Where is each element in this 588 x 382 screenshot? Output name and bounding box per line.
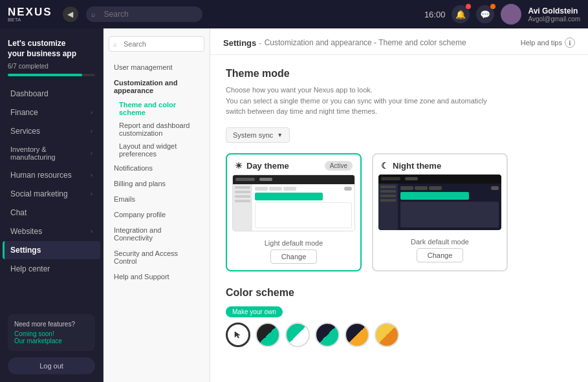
progress-bar [8, 74, 95, 76]
need-features-box: Need more features? Coming soon! Our mar… [8, 314, 95, 351]
dropdown-arrow-icon: ▼ [277, 132, 283, 138]
breadcrumb-path: Customization and appearance - Theme and… [265, 38, 466, 47]
color-option-dark-teal[interactable] [256, 323, 280, 347]
help-info-icon: ℹ [565, 37, 575, 48]
main-content: Settings - Customization and appearance … [210, 28, 588, 382]
sub-nav-notifications[interactable]: Notifications [109, 160, 204, 176]
sidebar-item-hr[interactable]: Human resources› [3, 166, 100, 184]
chevron-right-icon: › [91, 150, 93, 156]
sub-sidebar: ⌕ User management Customization and appe… [103, 28, 210, 382]
color-scheme-title: Color scheme [226, 287, 572, 299]
avatar [501, 4, 521, 25]
topbar-right: 16:00 🔔 💬 Avi Goldstein Avgol@gmail.com [424, 4, 580, 25]
sidebar-item-finance[interactable]: Finance› [3, 103, 100, 122]
sub-search-input[interactable] [109, 36, 204, 52]
user-info[interactable]: Avi Goldstein Avgol@gmail.com [528, 6, 580, 23]
sidebar-item-settings[interactable]: Settings [3, 241, 100, 259]
sub-nav-company[interactable]: Company profile [109, 207, 204, 222]
day-active-badge: Active [325, 161, 353, 171]
sidebar-header: Let's customizeyour business app 6/7 com… [0, 28, 103, 81]
color-option-teal-white[interactable] [285, 323, 310, 347]
topbar-search-icon: ⌕ [91, 10, 96, 18]
sidebar-item-chat[interactable]: Chat [3, 204, 100, 222]
sub-nav-security[interactable]: Security and Access Control [109, 246, 204, 269]
day-theme-change-button[interactable]: Change [270, 249, 318, 264]
sub-nav-user-management[interactable]: User management [109, 59, 204, 75]
sub-search-wrap: ⌕ [109, 36, 204, 52]
chevron-right-icon: › [91, 191, 93, 197]
night-theme-card[interactable]: ☾ Night theme [372, 153, 508, 271]
night-theme-preview [378, 175, 501, 230]
sidebar-footer: Need more features? Coming soon! Our mar… [0, 306, 103, 382]
sidebar: Let's customizeyour business app 6/7 com… [0, 28, 103, 382]
logo: NEXUS BETA [8, 6, 52, 23]
theme-mode-title: Theme mode [226, 68, 572, 80]
progress-bar-fill [8, 74, 82, 76]
color-option-white[interactable] [226, 323, 250, 347]
sub-nav-layout[interactable]: Layout and widget preferences [109, 140, 204, 160]
make-your-own-button[interactable]: Make your own [226, 306, 283, 317]
sub-nav-help-support[interactable]: Help and Support [109, 269, 204, 284]
sub-nav-billing[interactable]: Billing and plans [109, 176, 204, 191]
sub-nav-customization[interactable]: Customization and appearance [109, 75, 204, 98]
chevron-right-icon: › [91, 228, 93, 235]
day-theme-preview [232, 175, 355, 231]
chevron-right-icon: › [91, 109, 93, 116]
sub-nav-theme[interactable]: Theme and color scheme [109, 98, 204, 119]
color-option-dark-teal2[interactable] [315, 323, 340, 347]
theme-sync-dropdown[interactable]: System sync ▼ [226, 127, 290, 143]
sub-nav-emails[interactable]: Emails [109, 191, 204, 207]
messages-icon[interactable]: 💬 [476, 5, 494, 23]
sidebar-progress: 6/7 completed [8, 63, 95, 70]
sub-nav-integration[interactable]: Integration and Connectivity [109, 222, 204, 246]
night-theme-change-button[interactable]: Change [417, 248, 464, 262]
sidebar-item-websites[interactable]: Websites› [3, 222, 100, 240]
breadcrumb-settings: Settings [223, 38, 256, 48]
topbar-search-wrap: ⌕ [86, 6, 202, 22]
day-theme-card[interactable]: ☀ Day theme Active [226, 153, 362, 271]
help-tips[interactable]: Help and tips ℹ [521, 37, 575, 48]
day-theme-title: ☀ Day theme [235, 161, 289, 171]
sidebar-item-social[interactable]: Social marketing› [3, 185, 100, 203]
marketplace-link[interactable]: Our marketplace [14, 337, 89, 345]
moon-icon: ☾ [381, 161, 389, 171]
coming-soon-link[interactable]: Coming soon! [14, 330, 89, 337]
sidebar-toggle[interactable]: ◀ [63, 6, 78, 22]
day-theme-label: Light default mode [227, 237, 360, 249]
theme-mode-desc: Choose how you want your Nexus app to lo… [226, 85, 536, 117]
content-body: Theme mode Choose how you want your Nexu… [210, 55, 588, 360]
notifications-bell-icon[interactable]: 🔔 [452, 5, 470, 23]
sub-search-icon: ⌕ [113, 41, 117, 48]
sub-nav-reports[interactable]: Report and dashboard customization [109, 119, 204, 140]
color-option-yellow-orange[interactable] [375, 323, 399, 347]
breadcrumb-sep: - [259, 38, 261, 48]
sidebar-item-dashboard[interactable]: Dashboard [3, 85, 100, 103]
sidebar-item-services[interactable]: Services› [3, 122, 100, 140]
content-header: Settings - Customization and appearance … [210, 28, 588, 55]
sidebar-title: Let's customizeyour business app [8, 39, 95, 59]
topbar-search-input[interactable] [86, 6, 202, 22]
theme-cards: ☀ Day theme Active [226, 153, 572, 271]
color-option-dark-orange[interactable] [345, 323, 369, 347]
content-area: ⌕ User management Customization and appe… [103, 28, 588, 382]
topbar-time: 16:00 [424, 10, 446, 19]
night-theme-header: ☾ Night theme [373, 154, 506, 175]
topbar: NEXUS BETA ◀ ⌕ 16:00 🔔 💬 Avi Goldstein A… [0, 0, 588, 28]
sidebar-item-helpcenter[interactable]: Help center [3, 260, 100, 278]
help-tips-label: Help and tips [521, 39, 562, 47]
color-options [226, 323, 572, 347]
main-layout: Let's customizeyour business app 6/7 com… [0, 28, 588, 382]
sidebar-nav: Dashboard Finance› Services› Inventory &… [0, 81, 103, 306]
sun-icon: ☀ [235, 161, 243, 171]
logout-button[interactable]: Log out [8, 357, 95, 374]
sidebar-item-inventory[interactable]: Inventory & manufacturing› [3, 141, 100, 165]
cursor-icon [234, 330, 243, 339]
chevron-right-icon: › [91, 128, 93, 134]
breadcrumb: Settings - Customization and appearance … [223, 38, 466, 48]
night-theme-label: Dark default mode [373, 235, 506, 248]
need-features-title: Need more features? [14, 321, 89, 328]
day-theme-header: ☀ Day theme Active [227, 154, 360, 175]
chevron-right-icon: › [91, 172, 93, 178]
night-theme-title: ☾ Night theme [381, 161, 441, 171]
theme-sync-label: System sync [233, 131, 273, 139]
